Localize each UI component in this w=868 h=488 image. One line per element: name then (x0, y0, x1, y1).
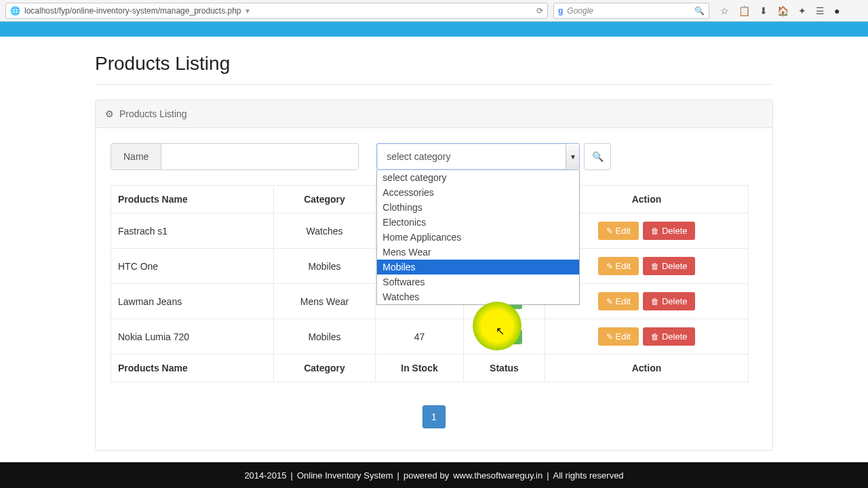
menu-icon[interactable]: ☰ (816, 5, 825, 16)
browser-search[interactable]: g Google 🔍 (553, 3, 709, 19)
delete-button[interactable]: 🗑 Delete (643, 292, 696, 310)
home-icon[interactable]: 🏠 (777, 5, 789, 16)
cell-stock: 47 (376, 319, 464, 354)
footer-system: Online Inventory System (297, 470, 393, 481)
clipboard-icon[interactable]: 📋 (738, 5, 750, 16)
edit-icon: ✎ (606, 226, 613, 236)
tf-status: Status (464, 354, 545, 382)
th-category: Category (274, 186, 376, 214)
footer-rights: All rights reserved (553, 470, 624, 481)
chevron-down-icon[interactable]: ▼ (566, 144, 579, 169)
category-dropdown[interactable]: select categoryAccessoriesClothingsElect… (376, 170, 580, 305)
panel-heading: ⚙ Products Listing (96, 100, 772, 128)
footer-years: 2014-2015 (244, 470, 286, 481)
delete-button[interactable]: 🗑 Delete (643, 257, 696, 275)
tf-stock: In Stock (376, 354, 464, 382)
cell-name: Nokia Lumia 720 (111, 319, 274, 354)
addon-icon[interactable]: ✦ (798, 5, 806, 16)
page-1-link[interactable]: 1 (422, 405, 446, 428)
trash-icon: 🗑 (651, 297, 659, 306)
gear-icon: ⚙ (105, 108, 114, 119)
search-engine-label: Google (567, 6, 593, 16)
table-row: Nokia Lumia 720Mobiles47Active✎ Edit🗑 De… (111, 319, 749, 354)
toolbar-icons: ☆ 📋 ⬇ 🏠 ✦ ☰ ● (720, 5, 840, 16)
footer-powered-link[interactable]: www.thesoftwareguy.in (453, 470, 542, 481)
edit-icon: ✎ (606, 262, 613, 271)
search-button[interactable]: 🔍 (584, 143, 611, 170)
trash-icon: 🗑 (651, 262, 659, 271)
cell-name: HTC One (111, 249, 274, 284)
edit-button[interactable]: ✎ Edit (598, 257, 639, 275)
cell-name: Lawman Jeans (111, 284, 274, 319)
status-badge: Active (486, 329, 522, 344)
edit-icon: ✎ (606, 297, 613, 306)
delete-button[interactable]: 🗑 Delete (643, 222, 696, 240)
trash-icon: 🗑 (651, 332, 659, 342)
address-bar[interactable]: 🌐 localhost/fyp/online-inventory-system/… (5, 3, 548, 19)
trash-icon: 🗑 (651, 226, 659, 236)
downloads-icon[interactable]: ⬇ (760, 5, 768, 16)
profile-icon[interactable]: ● (834, 5, 840, 16)
cell-category: Mens Wear (274, 284, 376, 319)
category-option[interactable]: Watches (377, 289, 579, 304)
tf-category: Category (274, 354, 376, 382)
category-option[interactable]: Home Applicances (377, 230, 579, 245)
tf-action: Action (545, 354, 749, 382)
category-select-value: select category (387, 151, 450, 162)
pagination: 1 (111, 405, 757, 428)
category-option[interactable]: Softwares (377, 274, 579, 289)
cell-category: Watches (274, 214, 376, 249)
tf-name: Products Name (111, 354, 274, 382)
cell-action: ✎ Edit🗑 Delete (545, 319, 749, 354)
th-name: Products Name (111, 186, 274, 214)
browser-toolbar: 🌐 localhost/fyp/online-inventory-system/… (0, 0, 868, 22)
cell-category: Mobiles (274, 319, 376, 354)
name-label: Name (111, 144, 161, 169)
edit-button[interactable]: ✎ Edit (598, 292, 639, 310)
url-text: localhost/fyp/online-inventory-system/ma… (24, 6, 241, 16)
search-magnify-icon[interactable]: 🔍 (694, 6, 705, 16)
filter-row: Name select category ▼ select categoryAc… (111, 143, 757, 170)
name-filter-group: Name (111, 143, 359, 170)
edit-button[interactable]: ✎ Edit (598, 222, 639, 240)
edit-button[interactable]: ✎ Edit (598, 327, 639, 346)
google-g-icon: g (558, 6, 563, 16)
top-nav-bar (0, 22, 868, 37)
search-icon: 🔍 (592, 151, 604, 162)
bookmark-star-icon[interactable]: ☆ (720, 5, 729, 16)
page-footer: 2014-2015 | Online Inventory System | po… (0, 462, 868, 488)
category-option[interactable]: Accessories (377, 185, 579, 200)
cell-name: Fastrach s1 (111, 214, 274, 249)
dropdown-marker-icon[interactable]: ▾ (245, 6, 250, 16)
category-option[interactable]: Mens Wear (377, 245, 579, 260)
name-input[interactable] (161, 144, 358, 169)
category-option[interactable]: Mobiles (377, 260, 579, 274)
globe-icon: 🌐 (10, 6, 20, 16)
cell-status: Active (464, 319, 545, 354)
edit-icon: ✎ (606, 332, 613, 342)
category-filter-group: select category ▼ select categoryAccesso… (376, 143, 580, 170)
delete-button[interactable]: 🗑 Delete (643, 327, 696, 346)
footer-powered-prefix: powered by (403, 470, 449, 481)
category-option[interactable]: select category (377, 170, 579, 185)
page-title: Products Listing (95, 37, 773, 85)
panel-title: Products Listing (119, 108, 187, 119)
cell-category: Mobiles (274, 249, 376, 284)
category-option[interactable]: Electonics (377, 215, 579, 230)
products-panel: ⚙ Products Listing Name select category … (95, 100, 773, 451)
category-select[interactable]: select category ▼ (376, 143, 580, 170)
table-footer-row: Products Name Category In Stock Status A… (111, 354, 749, 382)
reload-icon[interactable]: ⟳ (536, 6, 543, 16)
category-option[interactable]: Clothings (377, 200, 579, 215)
